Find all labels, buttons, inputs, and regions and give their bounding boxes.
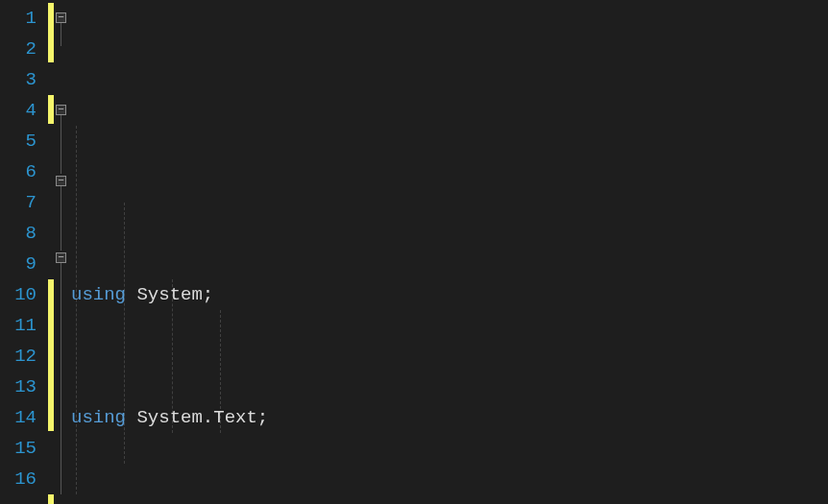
keyword-using: using bbox=[71, 407, 126, 428]
line-number[interactable]: 13 bbox=[0, 372, 46, 402]
code-area[interactable]: using System; using System.Text; namespa… bbox=[71, 0, 828, 504]
line-number[interactable]: 6 bbox=[0, 156, 46, 187]
line-number[interactable]: 14 bbox=[0, 402, 46, 433]
fold-guide bbox=[61, 186, 61, 251]
line-number[interactable]: 4 bbox=[0, 95, 46, 126]
fold-toggle[interactable]: − bbox=[56, 252, 66, 263]
line-number[interactable]: 9 bbox=[0, 249, 46, 279]
line-number[interactable]: 15 bbox=[0, 433, 46, 464]
punct: ; bbox=[203, 284, 213, 305]
line-number[interactable]: 10 bbox=[0, 279, 46, 310]
folding-column: − − − − bbox=[54, 0, 71, 504]
line-number[interactable]: 16 bbox=[0, 464, 46, 494]
line-number[interactable]: 7 bbox=[0, 187, 46, 218]
fold-guide bbox=[61, 23, 61, 46]
line-number[interactable]: 3 bbox=[0, 64, 46, 95]
fold-guide bbox=[61, 115, 61, 174]
line-number[interactable]: 11 bbox=[0, 310, 46, 341]
fold-toggle[interactable]: − bbox=[56, 176, 66, 186]
line-number-gutter: 1 2 3 4 5 6 7 8 9 10 11 12 13 14 15 16 bbox=[0, 0, 46, 504]
identifier: System bbox=[136, 407, 202, 428]
fold-guide bbox=[61, 263, 61, 494]
identifier: Text bbox=[213, 407, 257, 428]
identifier: System bbox=[136, 284, 202, 305]
fold-toggle[interactable]: − bbox=[56, 105, 66, 115]
line-number[interactable]: 5 bbox=[0, 126, 46, 156]
line-number[interactable]: 1 bbox=[0, 3, 46, 34]
fold-toggle[interactable]: − bbox=[56, 12, 66, 23]
keyword-using: using bbox=[71, 284, 126, 305]
line-number[interactable]: 2 bbox=[0, 34, 46, 64]
code-line[interactable]: using System; bbox=[71, 279, 828, 310]
indent-guide bbox=[76, 126, 77, 494]
punct: ; bbox=[257, 407, 268, 428]
line-number[interactable]: 12 bbox=[0, 341, 46, 372]
code-line[interactable]: using System.Text; bbox=[71, 402, 828, 433]
line-number[interactable]: 8 bbox=[0, 218, 46, 249]
change-marks-column bbox=[46, 0, 54, 504]
code-editor: 1 2 3 4 5 6 7 8 9 10 11 12 13 14 15 16 −… bbox=[0, 0, 828, 504]
punct: . bbox=[203, 407, 213, 428]
